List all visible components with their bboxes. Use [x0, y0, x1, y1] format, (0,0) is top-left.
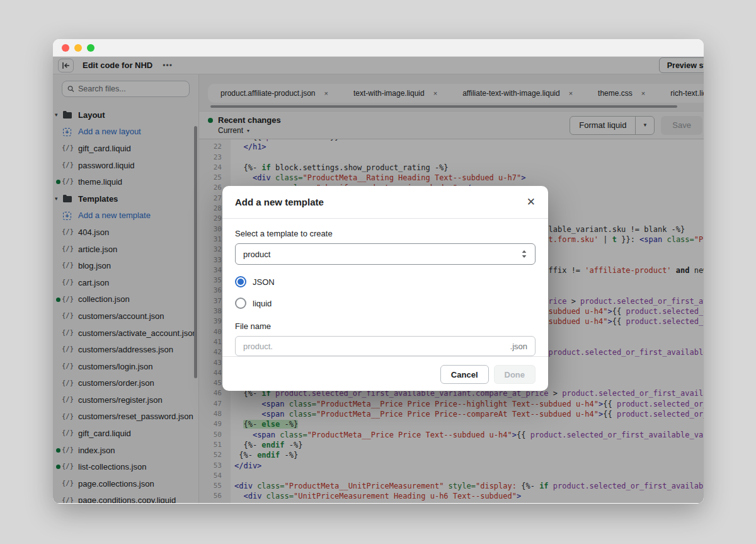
done-button[interactable]: Done [494, 365, 536, 384]
radio-option-liquid[interactable]: liquid [235, 296, 536, 310]
modal-title: Add a new template [235, 197, 324, 207]
template-select[interactable]: product [235, 243, 536, 265]
minimize-window-button[interactable] [74, 44, 82, 52]
radio-option-json[interactable]: JSON [235, 275, 536, 289]
file-name-field: .json [235, 336, 536, 356]
zoom-window-button[interactable] [87, 44, 94, 52]
radio-group: JSONliquid [235, 275, 536, 310]
radio-unselected-icon[interactable] [235, 298, 246, 309]
close-window-button[interactable] [62, 44, 69, 52]
radio-option-label: liquid [253, 299, 272, 308]
modal-body: Select a template to create product JSON… [222, 219, 548, 356]
template-select-value: product [243, 250, 270, 259]
modal-header: Add a new template ✕ [222, 186, 548, 219]
file-extension-suffix: .json [510, 342, 527, 351]
browser-window: Edit code for NHD ••• Preview store ▾Lay… [53, 39, 704, 504]
desktop-background: Edit code for NHD ••• Preview store ▾Lay… [0, 0, 756, 544]
add-template-modal: Add a new template ✕ Select a template t… [222, 186, 548, 391]
window-titlebar [53, 39, 704, 57]
select-stepper-icon [521, 250, 527, 258]
modal-footer: Cancel Done [222, 356, 548, 392]
radio-selected-icon[interactable] [235, 276, 246, 287]
file-name-input[interactable] [243, 342, 510, 351]
code-editor-app: Edit code for NHD ••• Preview store ▾Lay… [53, 57, 704, 503]
close-icon[interactable]: ✕ [527, 195, 536, 209]
radio-option-label: JSON [253, 277, 275, 287]
template-select-label: Select a template to create [235, 229, 536, 238]
file-name-label: File name [235, 321, 536, 331]
cancel-button[interactable]: Cancel [440, 365, 489, 384]
